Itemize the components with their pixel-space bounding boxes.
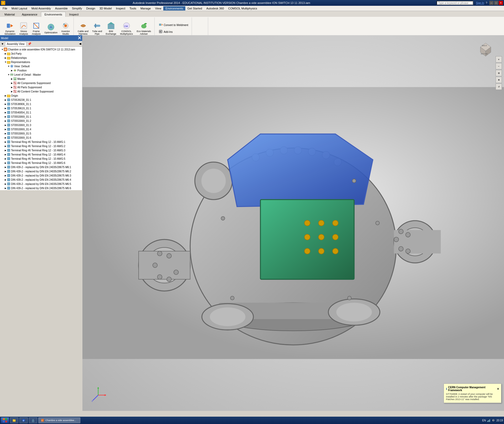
tree-arrow[interactable]: ▼	[7, 65, 10, 68]
notification-close-button[interactable]: ✕	[497, 387, 499, 390]
tree-item[interactable]: ▶ST0553069_01:2	[1, 119, 82, 123]
menu-design[interactable]: Design	[84, 6, 97, 11]
tree-item[interactable]: ▶Terminal Ring #6 Terminal Ring 12 - 10 …	[1, 144, 82, 148]
tree-item[interactable]: ▶DIN 439-2 - replaced by DIN EN 24035/28…	[1, 169, 82, 173]
tree-item[interactable]: ▶ST0553069_01:1	[1, 115, 82, 119]
tree-item[interactable]: ▼Level of Detail : Master	[1, 73, 82, 77]
tree-item[interactable]: ▶ST0553069_01:5	[1, 131, 82, 136]
tree-arrow[interactable]: ▶	[4, 187, 7, 189]
tree-item[interactable]: ▶All Components Suppressed	[1, 81, 82, 85]
tree-arrow[interactable]: ▶	[4, 149, 7, 152]
tree-item[interactable]: ▶DIN 439-2 - replaced by DIN EN 24035/28…	[1, 178, 82, 182]
cube-navigator[interactable]: BACK BOTTOM	[475, 39, 496, 60]
viewport-3d[interactable]: BACK BOTTOM + − ⊞ ✥ ↺ X Y Z	[82, 35, 504, 411]
tree-arrow[interactable]: ▼	[4, 61, 7, 63]
tree-item[interactable]: ▶DIN 439-2 - replaced by DIN EN 24035/28…	[1, 186, 82, 190]
tree-item[interactable]: ▶Terminal Ring #6 Terminal Ring 12 - 10 …	[1, 152, 82, 157]
dynamic-simulation-button[interactable]: DynamicSimulation	[3, 21, 17, 36]
convert-weldment-button[interactable]: Convert to Weldment	[157, 22, 190, 28]
tree-arrow[interactable]: ▶	[4, 141, 7, 143]
tree-arrow[interactable]: ▶	[4, 174, 7, 177]
menu-mold-layout[interactable]: Mold Layout	[9, 6, 29, 11]
tree-item[interactable]: ▶Terminal Ring #6 Terminal Ring 12 - 10 …	[1, 140, 82, 144]
tree-item[interactable]: ▶ST0553069_01:3	[1, 123, 82, 127]
tree-arrow[interactable]: ▶	[10, 69, 13, 72]
menu-view[interactable]: View	[153, 6, 164, 11]
tree-item[interactable]: ▼Representations	[1, 60, 82, 64]
tree-item[interactable]: ▶DIN 439-2 - replaced by DIN EN 24035/28…	[1, 182, 82, 186]
tab-environments[interactable]: Environments	[41, 12, 65, 17]
zoom-out-button[interactable]: −	[496, 63, 502, 69]
tree-item[interactable]: ▶Terminal Ring #6 Terminal Ring 12 - 10 …	[1, 157, 82, 161]
tree-arrow[interactable]: ▶	[4, 166, 7, 168]
tree-item[interactable]: ▶ST0540054_01:1	[1, 110, 82, 115]
menu-3dmodel[interactable]: 3D Model	[97, 6, 114, 11]
tree-arrow[interactable]: ▶	[4, 183, 7, 185]
menu-get-started[interactable]: Get Started	[185, 6, 204, 11]
help-icon[interactable]: ?	[486, 2, 487, 4]
tree-arrow[interactable]: ▶	[4, 99, 7, 101]
menu-file[interactable]: File	[1, 6, 9, 11]
tree-arrow[interactable]: ▶	[4, 128, 7, 131]
tab-inspect[interactable]: Inspect	[66, 12, 82, 17]
tree-arrow[interactable]: ▶	[4, 136, 7, 139]
tree-arrow[interactable]: ▼	[7, 73, 10, 76]
rotate-button[interactable]: ↺	[496, 84, 502, 90]
tree-item[interactable]: ▶Position	[1, 68, 82, 73]
tree-arrow[interactable]: ▶	[4, 103, 7, 105]
tree-item[interactable]: ▶ST0553069_01:4	[1, 127, 82, 131]
tree-item[interactable]: ▼Chambre a vide assemblee ION SWITCH 13 …	[1, 47, 82, 51]
optimization-button[interactable]: Optimization	[43, 22, 59, 35]
inventor-studio-button[interactable]: InventorStudio	[60, 21, 71, 36]
tree-item[interactable]: ▶ST0539238_01:1	[1, 98, 82, 102]
tab-material[interactable]: Material	[1, 12, 18, 17]
tree-arrow[interactable]: ▶	[4, 115, 7, 118]
zoom-fit-button[interactable]: ⊞	[496, 70, 502, 76]
tree-arrow[interactable]: ▶	[10, 77, 13, 80]
menu-environments[interactable]: Environments	[163, 6, 185, 11]
tree-arrow[interactable]: ▶	[4, 162, 7, 164]
stress-analysis-button[interactable]: StressAnalysis	[18, 21, 29, 36]
menu-simplify[interactable]: Simplify	[70, 6, 84, 11]
tree-item[interactable]: ▶Origin	[1, 94, 82, 98]
maximize-button[interactable]: □	[494, 1, 498, 5]
tree-arrow[interactable]: ▶	[4, 170, 7, 173]
zoom-in-button[interactable]: +	[496, 56, 502, 63]
tree-arrow[interactable]: ▼	[1, 48, 4, 51]
menu-tools[interactable]: Tools	[127, 6, 138, 11]
tree-item[interactable]: ▶ST0553069_01:6	[1, 136, 82, 140]
minimize-button[interactable]: ─	[489, 1, 494, 5]
tree-arrow[interactable]: ▶	[10, 82, 13, 84]
tree-arrow[interactable]: ▶	[4, 56, 7, 59]
tree-item[interactable]: ▶MMaster	[1, 77, 82, 81]
menu-autodesk360[interactable]: Autodesk 360	[204, 6, 226, 11]
tree-arrow[interactable]: ▶	[4, 178, 7, 181]
cable-harness-button[interactable]: Cable andHarness	[76, 21, 90, 36]
panel-collapse-icon[interactable]: ◀	[79, 42, 81, 45]
tree-arrow[interactable]: ▶	[4, 111, 7, 114]
comsol-button[interactable]: CM COMSOLMultiphysics	[119, 21, 134, 36]
tree-item[interactable]: ▶Terminal Ring #6 Terminal Ring 12 - 10 …	[1, 161, 82, 165]
tree-item[interactable]: ▶Terminal Ring #6 Terminal Ring 12 - 10 …	[1, 148, 82, 152]
panel-close-icon[interactable]	[78, 36, 81, 39]
sign-in-link[interactable]: Sign In	[476, 2, 484, 4]
tree-arrow[interactable]: ▶	[10, 90, 13, 93]
menu-assemble[interactable]: Assemble	[53, 6, 70, 11]
panel-filter-icon[interactable]: ▼	[1, 42, 4, 45]
tree-arrow[interactable]: ▶	[4, 124, 7, 126]
tree-arrow[interactable]: ▶	[4, 153, 7, 156]
tree-item[interactable]: ▶DIN 439-2 - replaced by DIN EN 24035/28…	[1, 173, 82, 178]
tree-item[interactable]: ▶Relationships	[1, 56, 82, 60]
tree-item[interactable]: ▶DIN 439-2 - replaced by DIN EN 24035/28…	[1, 165, 82, 169]
taskbar-network[interactable]	[29, 417, 37, 423]
add-ins-button[interactable]: + Add-Ins	[157, 29, 190, 35]
menu-manage[interactable]: Manage	[138, 6, 153, 11]
tree-arrow[interactable]: ▶	[4, 52, 7, 55]
tree-arrow[interactable]: ▶	[10, 86, 13, 89]
tree-item[interactable]: ▶ST0538906_01:1	[1, 102, 82, 106]
search-box[interactable]	[437, 1, 474, 5]
start-button[interactable]	[1, 417, 9, 423]
pan-button[interactable]: ✥	[496, 77, 502, 83]
menu-mold-assembly[interactable]: Mold Assembly	[29, 6, 53, 11]
tree-arrow[interactable]: ▶	[4, 94, 7, 97]
